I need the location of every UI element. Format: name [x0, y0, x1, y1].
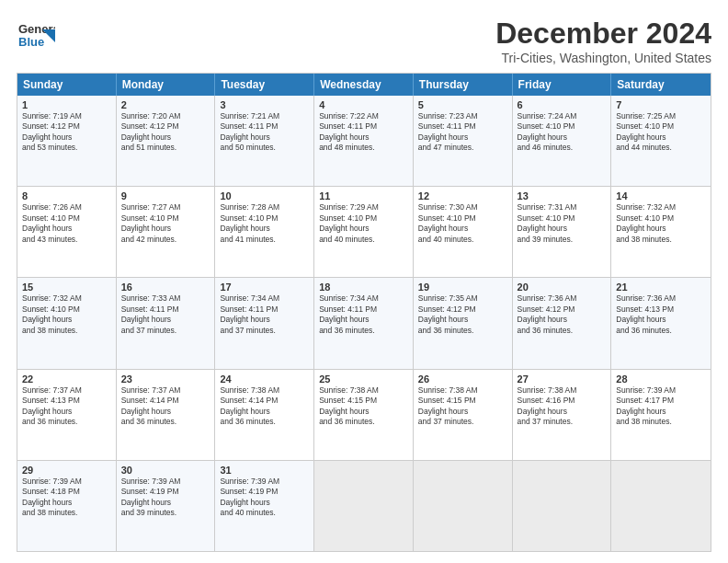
- day-info: Sunrise: 7:38 AMSunset: 4:14 PMDaylight …: [220, 385, 309, 428]
- calendar-cell: 11Sunrise: 7:29 AMSunset: 4:10 PMDayligh…: [314, 187, 414, 277]
- day-info: Sunrise: 7:36 AMSunset: 4:13 PMDaylight …: [616, 293, 706, 336]
- calendar-cell: 8Sunrise: 7:26 AMSunset: 4:10 PMDaylight…: [17, 187, 117, 277]
- subtitle: Tri-Cities, Washington, United States: [495, 51, 711, 65]
- logo: General Blue: [17, 17, 55, 55]
- calendar-cell: [314, 461, 414, 551]
- calendar-cell: 7Sunrise: 7:25 AMSunset: 4:10 PMDaylight…: [611, 96, 711, 186]
- day-number: 24: [220, 373, 309, 385]
- day-number: 31: [220, 465, 309, 476]
- header-cell-monday: Monday: [117, 74, 216, 96]
- day-info: Sunrise: 7:34 AMSunset: 4:11 PMDaylight …: [319, 293, 408, 336]
- day-number: 10: [220, 190, 309, 201]
- day-number: 6: [518, 99, 607, 110]
- calendar-cell: 19Sunrise: 7:35 AMSunset: 4:12 PMDayligh…: [414, 278, 513, 368]
- day-number: 28: [616, 373, 706, 385]
- day-info: Sunrise: 7:30 AMSunset: 4:10 PMDaylight …: [418, 202, 507, 245]
- day-info: Sunrise: 7:39 AMSunset: 4:18 PMDaylight …: [22, 477, 111, 519]
- day-info: Sunrise: 7:38 AMSunset: 4:15 PMDaylight …: [418, 385, 507, 428]
- day-number: 12: [418, 190, 507, 201]
- day-info: Sunrise: 7:38 AMSunset: 4:15 PMDaylight …: [319, 385, 408, 428]
- day-number: 3: [220, 99, 309, 110]
- header-cell-thursday: Thursday: [414, 74, 513, 96]
- calendar-body: 1Sunrise: 7:19 AMSunset: 4:12 PMDaylight…: [17, 96, 711, 551]
- day-number: 22: [22, 373, 111, 385]
- day-number: 26: [418, 373, 507, 385]
- day-info: Sunrise: 7:37 AMSunset: 4:13 PMDaylight …: [22, 385, 111, 428]
- day-number: 17: [220, 282, 309, 293]
- day-info: Sunrise: 7:21 AMSunset: 4:11 PMDaylight …: [220, 111, 309, 154]
- day-info: Sunrise: 7:32 AMSunset: 4:10 PMDaylight …: [22, 293, 111, 336]
- day-number: 8: [22, 190, 111, 201]
- day-info: Sunrise: 7:20 AMSunset: 4:12 PMDaylight …: [121, 111, 210, 154]
- calendar-row: 1Sunrise: 7:19 AMSunset: 4:12 PMDaylight…: [17, 96, 711, 187]
- calendar-row: 29Sunrise: 7:39 AMSunset: 4:18 PMDayligh…: [17, 461, 711, 551]
- header-cell-tuesday: Tuesday: [215, 74, 314, 96]
- calendar-cell: 9Sunrise: 7:27 AMSunset: 4:10 PMDaylight…: [117, 187, 216, 277]
- calendar-cell: 21Sunrise: 7:36 AMSunset: 4:13 PMDayligh…: [611, 278, 711, 368]
- svg-text:Blue: Blue: [18, 35, 44, 49]
- calendar-cell: 27Sunrise: 7:38 AMSunset: 4:16 PMDayligh…: [513, 370, 612, 460]
- calendar-cell: 31Sunrise: 7:39 AMSunset: 4:19 PMDayligh…: [215, 461, 314, 551]
- calendar-cell: 26Sunrise: 7:38 AMSunset: 4:15 PMDayligh…: [414, 370, 513, 460]
- day-info: Sunrise: 7:39 AMSunset: 4:17 PMDaylight …: [616, 385, 706, 428]
- day-info: Sunrise: 7:19 AMSunset: 4:12 PMDaylight …: [22, 111, 111, 154]
- calendar-cell: [513, 461, 612, 551]
- day-number: 23: [121, 373, 210, 385]
- day-info: Sunrise: 7:36 AMSunset: 4:12 PMDaylight …: [518, 293, 607, 336]
- day-info: Sunrise: 7:25 AMSunset: 4:10 PMDaylight …: [616, 111, 706, 154]
- day-info: Sunrise: 7:23 AMSunset: 4:11 PMDaylight …: [418, 111, 507, 154]
- day-info: Sunrise: 7:24 AMSunset: 4:10 PMDaylight …: [518, 111, 607, 154]
- calendar-cell: 13Sunrise: 7:31 AMSunset: 4:10 PMDayligh…: [513, 187, 612, 277]
- day-info: Sunrise: 7:26 AMSunset: 4:10 PMDaylight …: [22, 202, 111, 245]
- day-number: 14: [616, 190, 706, 201]
- calendar-cell: 14Sunrise: 7:32 AMSunset: 4:10 PMDayligh…: [611, 187, 711, 277]
- day-info: Sunrise: 7:29 AMSunset: 4:10 PMDaylight …: [319, 202, 408, 245]
- calendar-cell: 16Sunrise: 7:33 AMSunset: 4:11 PMDayligh…: [117, 278, 216, 368]
- header-cell-saturday: Saturday: [611, 74, 711, 96]
- day-info: Sunrise: 7:38 AMSunset: 4:16 PMDaylight …: [518, 385, 607, 428]
- day-info: Sunrise: 7:35 AMSunset: 4:12 PMDaylight …: [418, 293, 507, 336]
- calendar-cell: 23Sunrise: 7:37 AMSunset: 4:14 PMDayligh…: [117, 370, 216, 460]
- calendar-row: 15Sunrise: 7:32 AMSunset: 4:10 PMDayligh…: [17, 278, 711, 369]
- day-number: 2: [121, 99, 210, 110]
- title-area: December 2024 Tri-Cities, Washington, Un…: [495, 17, 711, 65]
- day-info: Sunrise: 7:33 AMSunset: 4:11 PMDaylight …: [121, 293, 210, 336]
- calendar-row: 8Sunrise: 7:26 AMSunset: 4:10 PMDaylight…: [17, 187, 711, 278]
- calendar-cell: 18Sunrise: 7:34 AMSunset: 4:11 PMDayligh…: [314, 278, 414, 368]
- calendar-cell: 12Sunrise: 7:30 AMSunset: 4:10 PMDayligh…: [414, 187, 513, 277]
- day-number: 7: [616, 99, 706, 110]
- calendar-cell: 22Sunrise: 7:37 AMSunset: 4:13 PMDayligh…: [17, 370, 117, 460]
- day-info: Sunrise: 7:28 AMSunset: 4:10 PMDaylight …: [220, 202, 309, 245]
- day-info: Sunrise: 7:39 AMSunset: 4:19 PMDaylight …: [220, 477, 309, 519]
- day-number: 20: [518, 282, 607, 293]
- day-info: Sunrise: 7:27 AMSunset: 4:10 PMDaylight …: [121, 202, 210, 245]
- calendar-header: SundayMondayTuesdayWednesdayThursdayFrid…: [17, 74, 711, 96]
- header-cell-wednesday: Wednesday: [314, 74, 414, 96]
- calendar: SundayMondayTuesdayWednesdayThursdayFrid…: [17, 73, 711, 552]
- calendar-cell: 28Sunrise: 7:39 AMSunset: 4:17 PMDayligh…: [611, 370, 711, 460]
- day-number: 1: [22, 99, 111, 110]
- day-info: Sunrise: 7:39 AMSunset: 4:19 PMDaylight …: [121, 477, 210, 519]
- day-info: Sunrise: 7:32 AMSunset: 4:10 PMDaylight …: [616, 202, 706, 245]
- day-number: 25: [319, 373, 408, 385]
- calendar-cell: 15Sunrise: 7:32 AMSunset: 4:10 PMDayligh…: [17, 278, 117, 368]
- calendar-cell: 2Sunrise: 7:20 AMSunset: 4:12 PMDaylight…: [117, 96, 216, 186]
- calendar-cell: 10Sunrise: 7:28 AMSunset: 4:10 PMDayligh…: [215, 187, 314, 277]
- calendar-row: 22Sunrise: 7:37 AMSunset: 4:13 PMDayligh…: [17, 370, 711, 461]
- calendar-cell: 6Sunrise: 7:24 AMSunset: 4:10 PMDaylight…: [513, 96, 612, 186]
- calendar-cell: 29Sunrise: 7:39 AMSunset: 4:18 PMDayligh…: [17, 461, 117, 551]
- day-number: 4: [319, 99, 408, 110]
- day-number: 18: [319, 282, 408, 293]
- calendar-cell: 1Sunrise: 7:19 AMSunset: 4:12 PMDaylight…: [17, 96, 117, 186]
- page: General Blue December 2024 Tri-Cities, W…: [0, 0, 728, 563]
- calendar-cell: 30Sunrise: 7:39 AMSunset: 4:19 PMDayligh…: [117, 461, 216, 551]
- header-cell-friday: Friday: [513, 74, 612, 96]
- calendar-cell: 25Sunrise: 7:38 AMSunset: 4:15 PMDayligh…: [314, 370, 414, 460]
- day-info: Sunrise: 7:22 AMSunset: 4:11 PMDaylight …: [319, 111, 408, 154]
- day-number: 19: [418, 282, 507, 293]
- calendar-cell: 24Sunrise: 7:38 AMSunset: 4:14 PMDayligh…: [215, 370, 314, 460]
- day-number: 15: [22, 282, 111, 293]
- header: General Blue December 2024 Tri-Cities, W…: [17, 17, 711, 65]
- day-number: 29: [22, 465, 111, 476]
- calendar-cell: 17Sunrise: 7:34 AMSunset: 4:11 PMDayligh…: [215, 278, 314, 368]
